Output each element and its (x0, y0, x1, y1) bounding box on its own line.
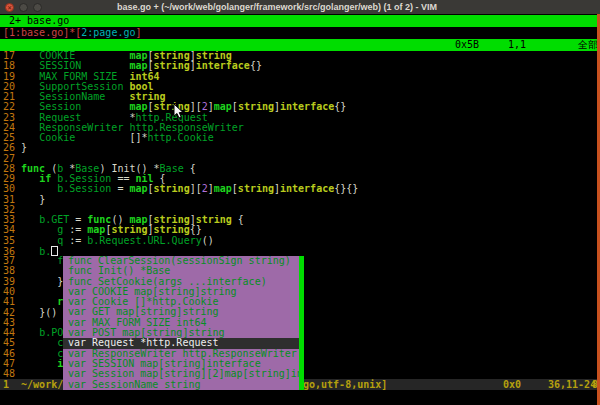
minibuf-status-hex: 0x5B (455, 39, 479, 51)
code-line[interactable]: 22 Session map[string][2]map[string]inte… (0, 102, 600, 112)
window-close-button[interactable]: ✕ (5, 3, 14, 12)
window-title: base.go + (~/work/web/golanger/framework… (117, 2, 437, 12)
minibuf-current-buffer[interactable]: 2+ base.go (0, 15, 600, 27)
completion-item[interactable]: var Cookie []*http.Cookie (63, 297, 304, 307)
code-line[interactable]: 33 b.GET = func() map[string]string { (0, 215, 600, 225)
completion-item[interactable]: var MAX_FORM_SIZE int64 (63, 318, 304, 328)
buffer-tab[interactable]: [1:base.go]* (3, 27, 75, 38)
code-line[interactable]: 23 Request *http.Request (0, 113, 600, 123)
statusline-hex: 0x0 (503, 379, 521, 390)
completion-popup: func ClearSession(sessionSign string)fun… (63, 256, 304, 390)
completion-item[interactable]: func ClearSession(sessionSign string) (63, 256, 304, 266)
line-number: 38 (3, 266, 21, 276)
titlebar: ✕ base.go + (~/work/web/golanger/framewo… (0, 0, 600, 14)
minibuf-status-scroll: 全部 (578, 39, 598, 51)
code-line[interactable]: 26 } (0, 143, 600, 153)
code-line[interactable]: 29 if b.Session == nil { (0, 174, 600, 184)
line-number: 45 (3, 338, 21, 348)
line-number: 41 (3, 297, 21, 307)
vim-message-line: -- 全能补全 (^O^N^P) 匹配 9 / 14 (0, 390, 600, 405)
line-number: 40 (3, 287, 21, 297)
line-number: 37 (3, 256, 21, 266)
statusline-fileinfo: go,utf-8,unix] (303, 379, 387, 390)
minibuf-statusline: 6 -MiniBufExplorer- [-][none,utf-8,unix]… (0, 39, 600, 51)
line-number: 29 (3, 174, 21, 184)
minibuf-status-pos: 1,1 (508, 39, 526, 51)
line-number: 25 (3, 133, 21, 143)
statusline-cursor-pos: 36,11-24 (548, 379, 596, 390)
line-number: 30 (3, 184, 21, 194)
line-number: 28 (3, 164, 21, 174)
code-line[interactable]: 35 q := b.Request.URL.Query() (0, 236, 600, 246)
code-line[interactable]: 36 b. (0, 246, 600, 256)
completion-item[interactable]: func Init() *Base (63, 266, 304, 276)
line-number: 46 (3, 349, 21, 359)
line-number: 20 (3, 82, 21, 92)
code-line[interactable]: 25 Cookie []*http.Cookie (0, 133, 600, 143)
line-number: 48 (3, 369, 21, 379)
buffer-tab[interactable]: 2:page.go (81, 27, 135, 38)
code-line[interactable]: 21 SessionName string (0, 92, 600, 102)
code-line[interactable]: 27 (0, 154, 600, 164)
line-number: 32 (3, 205, 21, 215)
completion-items: func ClearSession(sessionSign string)fun… (63, 256, 304, 390)
insert-cursor (51, 246, 58, 256)
line-number: 27 (3, 154, 21, 164)
line-number: 39 (3, 277, 21, 287)
popup-scrollbar[interactable] (299, 256, 304, 390)
line-number: 31 (3, 195, 21, 205)
vim-window: ✕ base.go + (~/work/web/golanger/framewo… (0, 0, 600, 405)
code-line[interactable]: 19 MAX_FORM_SIZE int64 (0, 72, 600, 82)
terminal: 2+ base.go [1:base.go]*[2:page.go] 6 -Mi… (0, 14, 600, 405)
line-number: 23 (3, 113, 21, 123)
code-line[interactable]: 18 SESSION map[string]interface{} (0, 61, 600, 71)
window-maximize-button[interactable] (33, 3, 42, 12)
code-line[interactable]: 32 (0, 205, 600, 215)
code-line[interactable]: 30 b.Session = map[string][2]map[string]… (0, 184, 600, 194)
completion-item[interactable]: var ResponseWriter http.ResponseWriter (63, 349, 304, 359)
completion-item[interactable]: func SetCookie(args ...interface) (63, 277, 304, 287)
buffer-tab-line: [1:base.go]*[2:page.go] (0, 27, 600, 39)
line-number: 17 (3, 51, 21, 61)
code-line[interactable]: 17 COOKIE map[string]string (0, 51, 600, 61)
completion-item[interactable]: var POST map[string]string (63, 328, 304, 338)
code-line[interactable]: 34 g := map[string]string{} (0, 225, 600, 235)
code-line[interactable]: 31 } (0, 195, 600, 205)
window-minimize-button[interactable] (19, 3, 28, 12)
line-number: 36 (3, 246, 21, 256)
line-number: 24 (3, 123, 21, 133)
code-line[interactable]: 24 ResponseWriter http.ResponseWriter (0, 123, 600, 133)
line-number: 43 (3, 318, 21, 328)
completion-item[interactable]: var GET map[string]string (63, 307, 304, 317)
mouse-cursor-icon (173, 104, 185, 120)
line-number: 26 (3, 143, 21, 153)
line-number: 22 (3, 102, 21, 112)
line-number: 33 (3, 215, 21, 225)
line-number: 35 (3, 236, 21, 246)
line-number: 44 (3, 328, 21, 338)
completion-item[interactable]: var SessionName string (63, 380, 304, 390)
line-number: 19 (3, 72, 21, 82)
completion-item[interactable]: var SESSION map[string]interface (63, 359, 304, 369)
code-line[interactable]: 28 func (b *Base) Init() *Base { (0, 164, 600, 174)
line-number: 21 (3, 92, 21, 102)
completion-item[interactable]: var Session map[string][2]map[string]int… (63, 369, 304, 379)
line-number: 18 (3, 61, 21, 71)
line-number: 47 (3, 359, 21, 369)
line-number: 42 (3, 308, 21, 318)
buffer-tab[interactable]: ] (135, 27, 141, 38)
completion-item[interactable]: var COOKIE map[string]string (63, 287, 304, 297)
line-number: 34 (3, 225, 21, 235)
completion-item[interactable]: var Request *http.Request (63, 338, 304, 348)
code-line[interactable]: 20 SupportSession bool (0, 82, 600, 92)
